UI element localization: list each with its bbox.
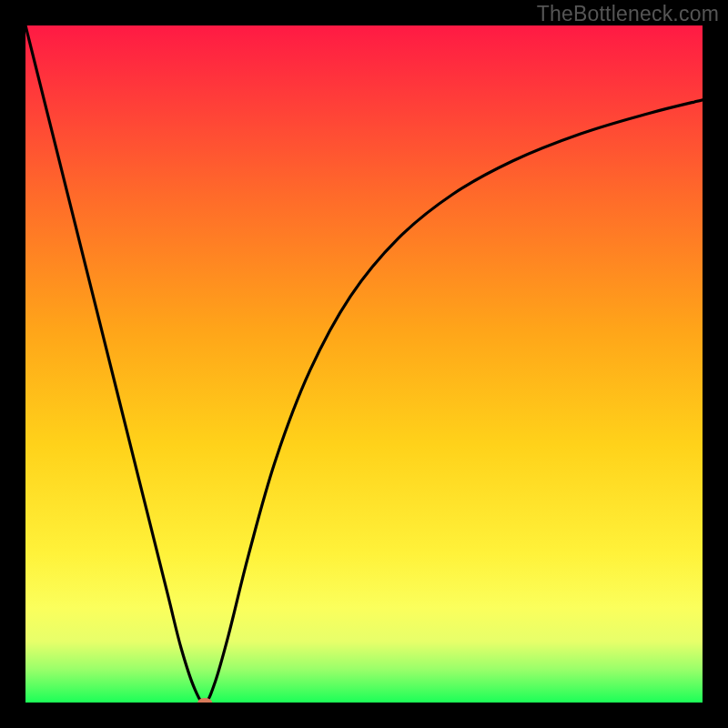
watermark-label: TheBottleneck.com <box>537 2 719 26</box>
chart-frame: TheBottleneck.com <box>0 0 728 728</box>
bottleneck-curve-line <box>25 25 703 703</box>
chart-plot-area <box>25 25 703 703</box>
bottleneck-curve-group <box>25 25 703 703</box>
chart-svg <box>25 25 703 703</box>
